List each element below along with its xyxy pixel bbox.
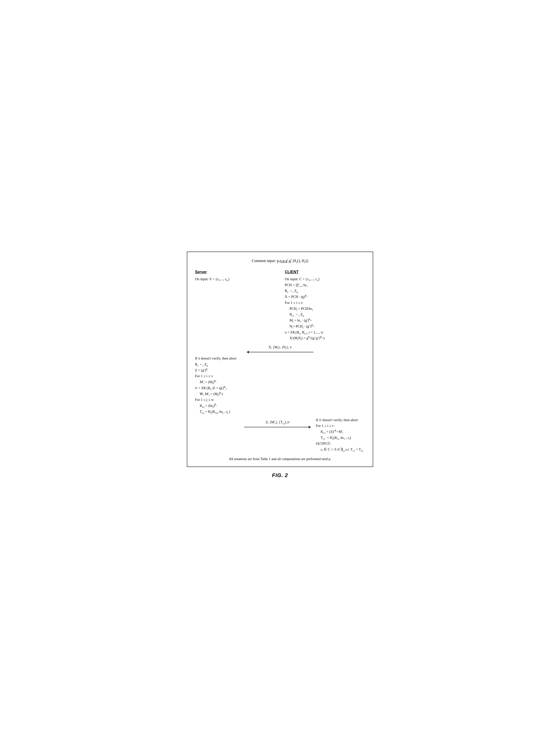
client-rci: Rc:i ←r Zq — [290, 311, 365, 317]
client-pch: PCH = ∏vi=1 hci — [285, 282, 365, 288]
server-bottom: If π doesn't verify, then abort Rs ←r Zq… — [195, 355, 365, 415]
client-output: ci ∈ C ∩ S if ∃i,j s.t. Tc:i = Ts:j — [321, 446, 365, 452]
client-for1: For 1 ≤ i ≤ v — [285, 300, 365, 306]
arrow-shaft-2 — [244, 427, 309, 427]
client-pi1: π = ZK{Rc, Rc:i, i = 1,..., v| — [285, 329, 365, 335]
client-pi2: X/(MiNi) = gRe/(g'·g'')Re:i} — [290, 335, 365, 341]
arrow2-label: Z, {M'i}, {Ts:j},π' — [266, 419, 290, 425]
arrow-head-left-1 — [247, 351, 249, 354]
arrow2-container: Z, {M'i}, {Ts:j},π' — [244, 419, 311, 429]
arrow1-body — [247, 351, 313, 354]
common-input: Common input: p,q,g,g',g'',H1(), H2() — [195, 258, 365, 264]
client-tci: Tc:i = H2(Kci ,hci , ci) — [321, 435, 365, 441]
server-column: Server On input: S = {s1,..., sw} — [195, 269, 280, 341]
client-ni: Ni= PCHi · (g'')Re:i — [290, 323, 365, 329]
footnote: All notations are from Table 1 and all c… — [195, 456, 365, 462]
arrow2-row: Z, {M'i}, {Ts:j},π' If π' doesn't verify… — [195, 417, 365, 453]
server-for-i: For 1 ≤ i ≤ v — [195, 373, 365, 379]
client-input: On input: C = {c1,..., cv} — [285, 276, 365, 282]
client-kci: Kc:i = (Z)-Rc:i·M'i — [321, 429, 365, 435]
server-for-j: For 1 ≤ j ≤ w — [195, 397, 365, 403]
arrow1-container: X, {Mi}, {Ni}, π — [247, 344, 313, 354]
client-pchi: PCHi = PCH/hci — [290, 306, 365, 312]
client-output-label: OUTPUT: — [316, 441, 365, 447]
columns: Server On input: S = {s1,..., sw} CLIENT… — [195, 269, 365, 341]
arrow1-row: X, {Mi}, {Ni}, π — [195, 344, 365, 354]
client-verify: If π' doesn't verify, then abort — [316, 417, 365, 423]
client-re: Re ←r Zq — [285, 288, 365, 294]
server-tsj: Ts:j = H2(Ks:j, hsj , sj ) — [200, 409, 365, 415]
server-verify: If π doesn't verify, then abort — [195, 355, 365, 361]
fig-caption: FIG. 2 — [272, 472, 288, 478]
server-mi-prime: M'i = (Mi)Rs — [200, 379, 365, 385]
client-column: CLIENT On input: C = {c1,..., cv} PCH = … — [280, 269, 365, 341]
server-z: Z = (g')Rs — [195, 367, 365, 373]
client-x: X = PCH · (g)Re — [285, 294, 365, 300]
client-label: CLIENT — [285, 269, 365, 275]
arrow-shaft-1 — [249, 352, 313, 352]
arrow1-label: X, {Mi}, {Ni}, π — [269, 344, 291, 350]
server-pi-prime1: π' = ZK{RS |Z = (g')Rs, — [195, 385, 365, 391]
page-container: Common input: p,q,g,g',g'',H1(), H2() Se… — [187, 252, 373, 479]
client-response: If π' doesn't verify, then abort For 1 ≤… — [311, 417, 365, 453]
client-for-i2: For 1 ≤ i ≤ v — [316, 423, 365, 429]
diagram-box: Common input: p,q,g,g',g'',H1(), H2() Se… — [187, 252, 373, 467]
server-pi-prime2: ∀i, M'i = (Mi)Rs} — [200, 391, 365, 397]
server-input: On input: S = {s1,..., sw} — [195, 276, 275, 282]
arrow2-body — [244, 426, 311, 429]
server-ksj: Ks:j = (hsj)Rs — [200, 403, 365, 409]
client-mi: Mi = hci · (g')Re:i — [290, 317, 365, 323]
server-label: Server — [195, 269, 275, 275]
server-rs: Rs ←r Zq — [195, 361, 365, 367]
arrow-head-right-2 — [309, 426, 311, 429]
